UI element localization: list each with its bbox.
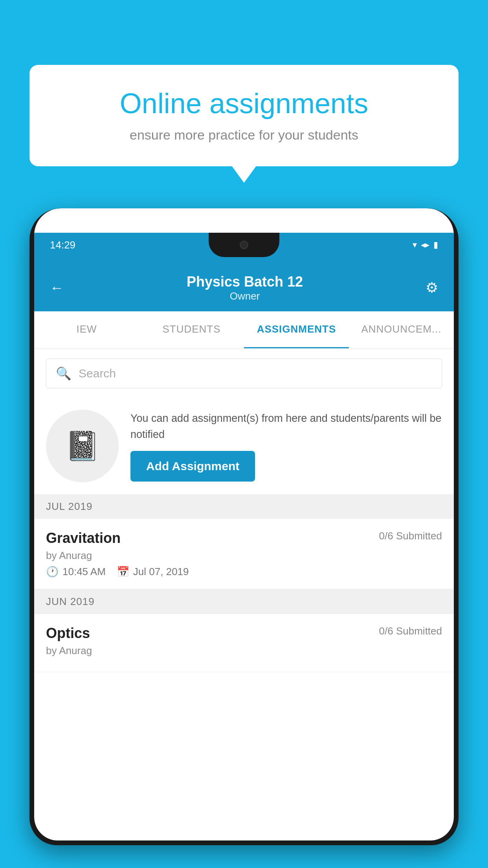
header-subtitle: Owner xyxy=(187,290,303,302)
assignment-icon-circle: 📓 xyxy=(46,410,119,482)
app-header: ← Physics Batch 12 Owner ⚙ xyxy=(34,264,454,311)
assignment-item-top-optics: Optics 0/6 Submitted xyxy=(46,625,442,642)
clock-icon: 🕐 xyxy=(46,566,59,578)
speech-bubble-subtitle: ensure more practice for your students xyxy=(55,127,433,143)
tabs-container: IEW STUDENTS ASSIGNMENTS ANNOUNCEM... xyxy=(34,311,454,349)
speech-bubble-title: Online assignments xyxy=(55,86,433,120)
assignment-item-gravitation[interactable]: Gravitation 0/6 Submitted by Anurag 🕐 10… xyxy=(34,519,454,589)
phone: 14:29 ▾ ◂▸ ▮ ← Physics Batch 12 Owner ⚙ … xyxy=(29,208,459,845)
assignment-info: You can add assignment(s) from here and … xyxy=(130,410,442,482)
phone-notch xyxy=(209,233,279,257)
section-header-jun: JUN 2019 xyxy=(34,589,454,614)
tab-announcements[interactable]: ANNOUNCEM... xyxy=(349,311,454,348)
tab-iew[interactable]: IEW xyxy=(34,311,139,348)
signal-icon: ◂▸ xyxy=(421,240,429,250)
status-time: 14:29 xyxy=(50,239,75,251)
speech-bubble: Online assignments ensure more practice … xyxy=(29,65,459,166)
search-container: 🔍 Search xyxy=(34,349,454,398)
content-area: 🔍 Search 📓 You can add assignment(s) fro… xyxy=(34,349,454,672)
assignment-author-optics: by Anurag xyxy=(46,645,442,657)
assignment-time: 10:45 AM xyxy=(62,566,106,578)
header-title: Physics Batch 12 xyxy=(187,274,303,290)
assignment-author: by Anurag xyxy=(46,550,442,562)
section-header-jul: JUL 2019 xyxy=(34,494,454,519)
assignment-item-optics[interactable]: Optics 0/6 Submitted by Anurag xyxy=(34,614,454,672)
phone-container: 14:29 ▾ ◂▸ ▮ ← Physics Batch 12 Owner ⚙ … xyxy=(29,208,459,868)
settings-icon[interactable]: ⚙ xyxy=(426,280,438,296)
tab-students[interactable]: STUDENTS xyxy=(139,311,244,348)
assignment-description: You can add assignment(s) from here and … xyxy=(130,410,442,442)
status-bar: 14:29 ▾ ◂▸ ▮ xyxy=(34,233,454,264)
status-icons: ▾ ◂▸ ▮ xyxy=(413,240,438,250)
notebook-icon: 📓 xyxy=(65,429,100,463)
add-assignment-section: 📓 You can add assignment(s) from here an… xyxy=(34,398,454,494)
meta-date: 📅 Jul 07, 2019 xyxy=(117,566,189,578)
phone-inner: 14:29 ▾ ◂▸ ▮ ← Physics Batch 12 Owner ⚙ … xyxy=(34,208,454,840)
assignment-name-optics: Optics xyxy=(46,625,90,642)
meta-time: 🕐 10:45 AM xyxy=(46,566,106,578)
wifi-icon: ▾ xyxy=(413,240,417,250)
assignment-meta: 🕐 10:45 AM 📅 Jul 07, 2019 xyxy=(46,566,442,578)
search-icon: 🔍 xyxy=(56,366,72,381)
assignment-item-top: Gravitation 0/6 Submitted xyxy=(46,530,442,546)
assignment-submitted-optics: 0/6 Submitted xyxy=(379,625,442,637)
back-button[interactable]: ← xyxy=(50,280,64,296)
speech-bubble-container: Online assignments ensure more practice … xyxy=(29,65,459,166)
search-bar[interactable]: 🔍 Search xyxy=(46,359,442,388)
tab-assignments[interactable]: ASSIGNMENTS xyxy=(244,311,349,348)
assignment-name: Gravitation xyxy=(46,530,121,546)
battery-icon: ▮ xyxy=(433,240,438,250)
calendar-icon: 📅 xyxy=(117,566,129,578)
assignment-date: Jul 07, 2019 xyxy=(133,566,189,578)
header-title-block: Physics Batch 12 Owner xyxy=(187,274,303,302)
assignment-submitted: 0/6 Submitted xyxy=(379,530,442,542)
search-placeholder: Search xyxy=(79,367,116,380)
add-assignment-button[interactable]: Add Assignment xyxy=(130,451,255,482)
phone-camera xyxy=(240,241,248,249)
